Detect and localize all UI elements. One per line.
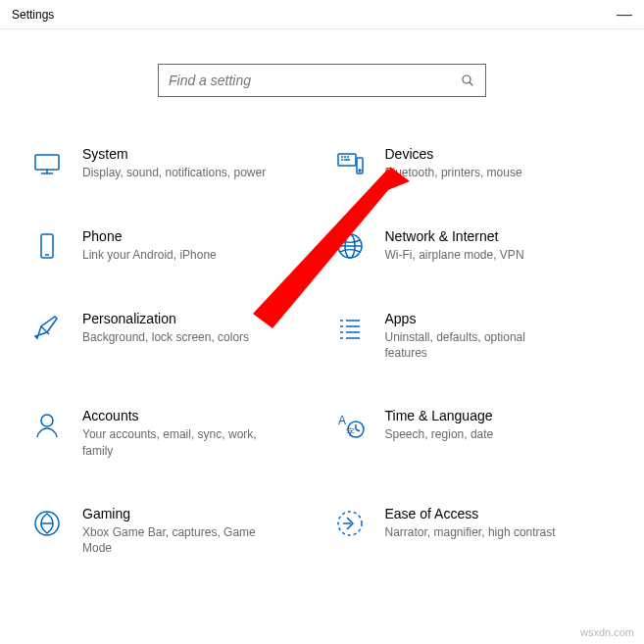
tile-phone[interactable]: Phone Link your Android, iPhone [29,228,313,264]
svg-text:A: A [338,414,346,427]
personalization-icon [29,311,65,346]
tile-sub: Speech, region, date [385,426,494,442]
search-container [0,29,644,107]
tile-sub: Xbox Game Bar, captures, Game Mode [82,524,269,556]
tile-title: Gaming [82,506,269,521]
tile-sub: Bluetooth, printers, mouse [385,165,522,180]
tile-title: Ease of Access [385,506,556,521]
tile-title: Network & Internet [385,228,524,244]
search-box[interactable] [158,64,486,97]
minimize-button[interactable]: — [617,7,632,23]
svg-line-1 [470,82,472,85]
svg-point-0 [463,75,471,83]
tile-personalization[interactable]: Personalization Background, lock screen,… [29,311,313,361]
gaming-icon [29,506,65,541]
system-icon [29,146,65,181]
tile-apps[interactable]: Apps Uninstall, defaults, optional featu… [332,311,616,361]
tile-ease[interactable]: Ease of Access Narrator, magnifier, high… [332,506,616,556]
ease-of-access-icon [332,506,368,541]
tile-title: Devices [385,146,522,162]
svg-point-7 [359,170,361,172]
tile-title: System [82,146,266,162]
tile-sub: Narrator, magnifier, high contrast [385,524,556,540]
tile-title: Apps [385,311,571,326]
network-icon [332,228,368,264]
tile-sub: Link your Android, iPhone [82,247,217,263]
search-input[interactable] [169,73,460,88]
apps-icon [332,311,368,346]
tile-title: Phone [82,228,217,244]
settings-grid: System Display, sound, notifications, po… [0,107,644,556]
svg-rect-2 [35,155,59,170]
tile-title: Accounts [82,408,269,423]
window-title: Settings [12,8,54,22]
tile-title: Personalization [82,311,249,326]
tile-sub: Uninstall, defaults, optional features [385,329,571,361]
tile-sub: Display, sound, notifications, power [82,165,266,180]
svg-line-26 [356,429,360,431]
time-language-icon: A字 [332,408,368,443]
tile-devices[interactable]: Devices Bluetooth, printers, mouse [332,146,616,181]
devices-icon [332,146,368,181]
accounts-icon [29,408,65,443]
tile-title: Time & Language [385,408,494,423]
watermark: wsxdn.com [580,626,634,638]
tile-accounts[interactable]: Accounts Your accounts, email, sync, wor… [29,408,313,458]
tile-sub: Wi-Fi, airplane mode, VPN [385,247,524,263]
tile-gaming[interactable]: Gaming Xbox Game Bar, captures, Game Mod… [29,506,313,556]
tile-time[interactable]: A字 Time & Language Speech, region, date [332,408,616,458]
svg-text:字: 字 [346,427,355,437]
titlebar: Settings — [0,0,644,29]
tile-sub: Your accounts, email, sync, work, family [82,426,269,458]
svg-point-22 [41,415,53,426]
tile-sub: Background, lock screen, colors [82,329,249,345]
tile-system[interactable]: System Display, sound, notifications, po… [29,146,313,181]
phone-icon [29,228,65,264]
tile-network[interactable]: Network & Internet Wi-Fi, airplane mode,… [332,228,616,264]
search-icon [460,73,475,88]
